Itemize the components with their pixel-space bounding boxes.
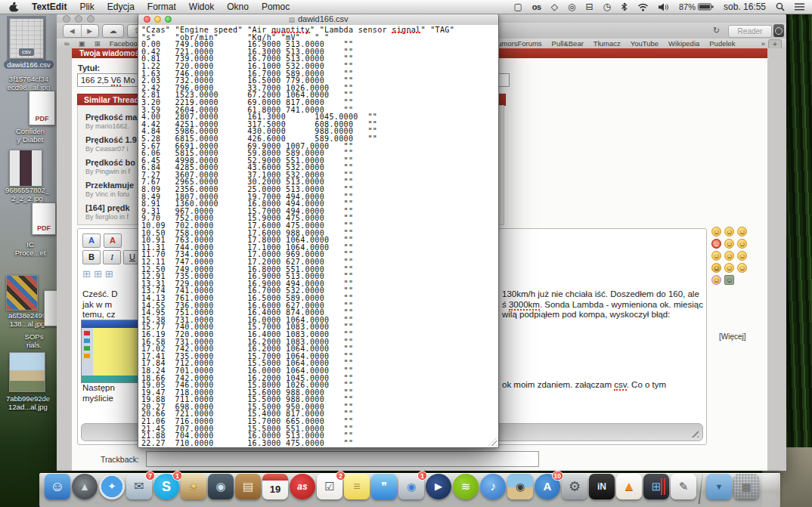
dock-spotify[interactable]: ≋ [453, 474, 479, 499]
emoticon-grin[interactable]: ☺ [724, 227, 734, 236]
italic-button[interactable]: I [103, 250, 121, 264]
minimize-icon[interactable] [154, 16, 161, 23]
forward-icon[interactable]: ▶ [82, 25, 99, 37]
emoticon-tongue[interactable]: ☺ [724, 263, 734, 273]
dock-facetime[interactable]: ◉1 [398, 474, 424, 499]
battery-indicator[interactable]: 87% [679, 2, 714, 11]
navigation-buttons[interactable]: ◀▶ [63, 24, 99, 38]
bookmarks-overflow-icon[interactable]: » [761, 39, 765, 48]
dock-finder[interactable]: ☺ [45, 474, 70, 499]
dock-appstore[interactable]: A10 [535, 474, 560, 499]
close-icon[interactable] [144, 16, 150, 23]
pdf-file-icon[interactable]: PDF [32, 202, 56, 235]
bookmark-item[interactable]: umorsForums [497, 39, 542, 48]
dock-safari[interactable]: ✦ [99, 474, 125, 499]
bookmark-item[interactable]: Wikipedia [668, 39, 699, 48]
table-icon[interactable]: ⊞ [82, 268, 91, 280]
bookmark-facebook[interactable]: Facebook [110, 39, 141, 48]
refresh-icon[interactable]: ↻ [713, 26, 720, 36]
disk-icon[interactable]: ⊟ [585, 2, 593, 11]
menu-bar-clock[interactable]: sob. 16:55 [724, 2, 766, 12]
textedit-titlebar[interactable]: ▤dawid166.csv [138, 14, 498, 26]
volume-icon[interactable] [659, 3, 669, 11]
table-icon[interactable]: ⊞ [94, 268, 102, 280]
emoticon-wink[interactable]: ☺ [737, 251, 747, 261]
safari-window-controls[interactable] [63, 15, 95, 23]
bookmark-item[interactable]: YouTube [631, 39, 659, 48]
textedit-content[interactable]: "Czas" "Engine speed" "Air quantity" "La… [138, 25, 498, 447]
notification-center-icon[interactable] [795, 3, 804, 11]
apple-menu-icon[interactable] [9, 2, 19, 13]
emoticon-happy[interactable]: ☺ [711, 251, 721, 261]
sliver-file-icon[interactable] [44, 290, 57, 326]
dock-sysprefs[interactable]: ⚙ [562, 474, 587, 499]
dock-reminders[interactable]: ☑2 [317, 474, 342, 499]
bookmark-item[interactable]: Pudelek [709, 39, 735, 48]
csv-text[interactable]: "Czas" "Engine speed" "Air quantity" "La… [141, 26, 498, 447]
bluetooth-icon[interactable] [621, 2, 628, 11]
dock-parallels[interactable]: ⊞ [643, 474, 669, 499]
menu-pomoc[interactable]: Pomoc [262, 2, 290, 12]
icloud-tabs-icon[interactable]: ☁ [102, 24, 124, 38]
dock-messages[interactable]: ❞ [371, 474, 397, 499]
dock-contacts[interactable]: ▤ [235, 474, 261, 499]
trackback-field[interactable] [146, 451, 539, 467]
wifi-icon[interactable] [637, 3, 649, 11]
textarea-resize-grip[interactable] [689, 428, 699, 437]
dock-lastfm[interactable]: as [290, 474, 315, 499]
dock-skype[interactable]: S1 [153, 474, 179, 499]
dock-notes[interactable]: ≡ [344, 474, 370, 499]
csv-file-icon[interactable]: csv [9, 18, 44, 59]
spotlight-icon[interactable] [776, 2, 785, 11]
reading-list-icon[interactable]: ∞ [64, 39, 70, 48]
textedit-window-controls[interactable] [144, 16, 172, 23]
back-icon[interactable]: ◀ [64, 25, 82, 37]
app-menu-textedit[interactable]: TextEdit [32, 2, 67, 12]
reader-button[interactable]: Reader [728, 25, 772, 38]
dock-vlc[interactable]: ▲ [616, 474, 642, 499]
emoticon-party[interactable]: ☺ [711, 275, 721, 285]
dock-photo-booth[interactable]: ◉ [208, 474, 234, 499]
time-machine-icon[interactable]: ◷ [603, 2, 610, 11]
emoticon-blush[interactable]: ☺ [724, 239, 734, 249]
gta-file-icon[interactable] [6, 275, 38, 311]
dropbox-icon[interactable]: ◇ [551, 2, 558, 11]
dock-textedit[interactable]: ✎ [671, 474, 696, 499]
dock-mail[interactable]: ✉7 [126, 474, 152, 499]
menu-widok[interactable]: Widok [189, 2, 214, 12]
menu-okno[interactable]: Okno [227, 2, 249, 12]
dock-quicktime[interactable]: ▶ [426, 474, 451, 499]
emoticon-laugh[interactable]: ☺ [737, 239, 747, 249]
dock-independence[interactable]: iN [589, 474, 615, 499]
zoom-icon[interactable] [165, 16, 172, 23]
table-icon[interactable]: ⊞ [105, 268, 113, 280]
lastfm-status-icon[interactable]: os [532, 2, 541, 11]
font-size-button[interactable]: A [82, 233, 101, 248]
font-color-button[interactable]: A [104, 233, 122, 248]
bookmark-item[interactable]: Tłumacz [594, 39, 621, 48]
dock-photos[interactable]: ◉ [507, 474, 533, 499]
emoticon-small[interactable]: ☺ [737, 263, 747, 273]
grid-icon[interactable]: ⊞ [95, 39, 101, 48]
sync-alert-icon[interactable]: ◎ [568, 2, 575, 11]
bookmark-item[interactable]: Pull&Bear [552, 39, 584, 48]
tab-overview-button[interactable] [773, 24, 784, 37]
dock-calendar[interactable]: 19 [262, 474, 288, 499]
dock-downloads[interactable]: ▼ [706, 474, 732, 499]
menu-edycja[interactable]: Edycja [107, 2, 135, 12]
emoticon-troll[interactable]: ☺ [724, 275, 734, 285]
more-emoticons-link[interactable]: [Więcej] [719, 332, 746, 341]
dock-trash[interactable]: ▦ [733, 474, 759, 499]
emoticon-mad[interactable]: ☺ [711, 239, 721, 249]
photo-file-icon[interactable] [9, 352, 45, 392]
pdf-file-icon[interactable]: PDF [29, 91, 55, 125]
menu-plik[interactable]: Plik [79, 2, 94, 12]
person-file-icon[interactable] [9, 150, 42, 187]
app-shape-icon[interactable]: ▢ [513, 2, 522, 11]
menu-format[interactable]: Format [147, 2, 176, 12]
dock-itunes[interactable]: ♪ [480, 474, 506, 499]
emoticon-confused[interactable]: ☺ [737, 227, 747, 236]
emoticon-cool[interactable]: ☺ [711, 263, 721, 273]
emoticon-smile[interactable]: ☺ [711, 227, 721, 236]
bold-button[interactable]: B [82, 250, 101, 264]
